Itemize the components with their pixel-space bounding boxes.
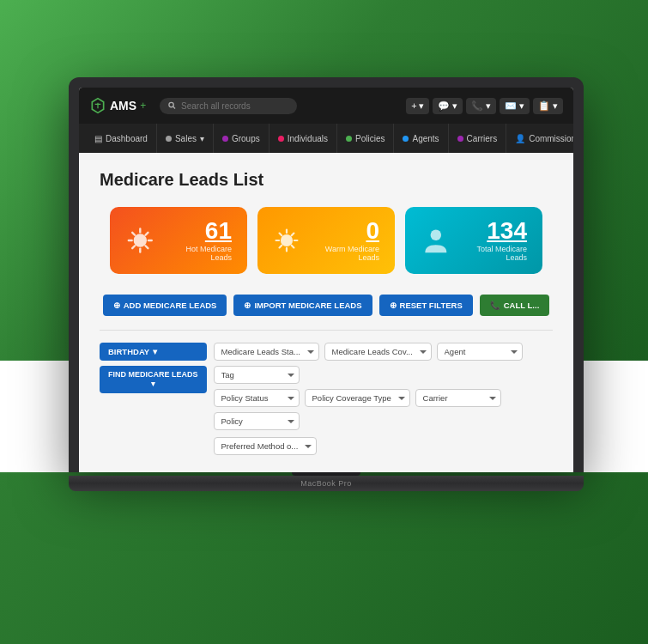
secondary-navbar: ▤ Dashboard Sales ▾ Groups Individuals [79, 124, 573, 153]
action-buttons-row: ⊕ ADD MEDICARE LEADS ⊕ IMPORT MEDICARE L… [100, 295, 553, 316]
medicare-leads-status-select[interactable]: Medicare Leads Sta... [214, 343, 319, 361]
hot-leads-card[interactable]: 61 Hot Medicare Leads [110, 207, 247, 274]
nav-agents[interactable]: Agents [394, 124, 448, 153]
top-navbar: AMS+ + ▾ 💬 ▾ 📞 ▾ ✉️ ▾ [79, 88, 573, 124]
nav-carriers[interactable]: Carriers [449, 124, 507, 153]
screen-bezel: AMS+ + ▾ 💬 ▾ 📞 ▾ ✉️ ▾ [69, 77, 584, 472]
svg-line-21 [292, 234, 294, 236]
warm-icon [273, 225, 300, 256]
carriers-dot [457, 136, 463, 142]
preferred-method-select[interactable]: Preferred Method o... [214, 437, 317, 455]
dashboard-icon: ▤ [94, 134, 102, 143]
nav-sales[interactable]: Sales ▾ [157, 124, 214, 153]
warm-leads-number: 0 [366, 219, 379, 243]
divider [100, 330, 553, 331]
search-icon [168, 101, 176, 110]
warm-leads-card[interactable]: 0 Warm Medicare Leads [257, 207, 395, 274]
logo-text: AMS [110, 99, 136, 112]
nav-groups[interactable]: Groups [214, 124, 269, 153]
svg-line-10 [132, 233, 135, 235]
clipboard-button[interactable]: 📋 ▾ [533, 98, 563, 114]
hot-icon [125, 225, 155, 256]
warm-leads-label: Warm Medicare Leads [311, 245, 379, 262]
sales-dot [166, 136, 172, 142]
reset-icon: ⊕ [390, 301, 397, 310]
medicare-leads-coverage-select[interactable]: Medicare Leads Cov... [324, 343, 432, 361]
reset-filters-button[interactable]: ⊕ RESET FILTERS [379, 295, 473, 316]
total-leads-card[interactable]: 134 Total Medicare Leads [405, 207, 542, 274]
bg-gradient-bottom [0, 472, 648, 644]
laptop-frame: AMS+ + ▾ 💬 ▾ 📞 ▾ ✉️ ▾ [69, 77, 584, 491]
filter-col-left: BIRTHDAY ▾ FIND MEDICARE LEADS ▾ [100, 343, 207, 393]
stats-row: 61 Hot Medicare Leads [100, 207, 553, 274]
phone-button[interactable]: 📞 ▾ [466, 98, 496, 114]
import-medicare-leads-button[interactable]: ⊕ IMPORT MEDICARE LEADS [233, 295, 372, 316]
carrier-select[interactable]: Carrier [415, 389, 501, 407]
total-leads-number: 134 [487, 219, 527, 243]
search-input[interactable] [181, 101, 288, 111]
svg-point-14 [281, 234, 293, 246]
birthday-filter-button[interactable]: BIRTHDAY ▾ [100, 343, 207, 361]
birthday-chevron: ▾ [153, 347, 157, 356]
filters-area: BIRTHDAY ▾ FIND MEDICARE LEADS ▾ Medicar… [100, 343, 553, 455]
svg-line-4 [173, 106, 175, 108]
logo-icon [89, 97, 106, 114]
find-chevron: ▾ [151, 380, 155, 389]
individuals-dot [278, 136, 284, 142]
call-button[interactable]: 📞 CALL L... [480, 295, 550, 316]
svg-line-13 [132, 246, 135, 248]
policy-select[interactable]: Policy [214, 412, 300, 430]
logo-area: AMS+ [89, 97, 146, 114]
groups-dot [222, 136, 228, 142]
filter-row-2: Policy Status Policy Coverage Type Carri… [214, 389, 553, 430]
nav-dashboard[interactable]: ▤ Dashboard [86, 124, 157, 153]
nav-icons-group: + ▾ 💬 ▾ 📞 ▾ ✉️ ▾ 📋 ▾ [406, 98, 563, 114]
import-icon: ⊕ [244, 301, 251, 310]
filter-col-right: Medicare Leads Sta... Medicare Leads Cov… [214, 343, 553, 455]
commission-icon: 👤 [515, 134, 525, 143]
laptop-base [69, 476, 584, 491]
svg-line-11 [146, 246, 148, 248]
svg-line-22 [280, 246, 282, 248]
total-icon [421, 223, 451, 258]
page-title: Medicare Leads List [100, 170, 553, 190]
svg-line-19 [280, 234, 282, 236]
total-leads-label: Total Medicare Leads [462, 245, 527, 262]
search-bar[interactable] [160, 98, 297, 114]
filter-row-1: Medicare Leads Sta... Medicare Leads Cov… [214, 343, 553, 384]
svg-point-5 [134, 234, 147, 246]
main-content: Medicare Leads List [79, 153, 573, 472]
svg-point-3 [169, 102, 173, 106]
filter-row-3: Preferred Method o... [214, 437, 553, 455]
total-leads-info: 134 Total Medicare Leads [462, 219, 527, 262]
call-icon: 📞 [490, 301, 500, 310]
chat-button[interactable]: 💬 ▾ [433, 98, 463, 114]
plus-icon: ⊕ [113, 301, 120, 310]
policies-dot [346, 136, 352, 142]
mail-button[interactable]: ✉️ ▾ [500, 98, 530, 114]
agents-dot [403, 136, 409, 142]
find-medicare-leads-button[interactable]: FIND MEDICARE LEADS ▾ [100, 366, 207, 393]
laptop-screen: AMS+ + ▾ 💬 ▾ 📞 ▾ ✉️ ▾ [79, 88, 573, 472]
hot-leads-info: 61 Hot Medicare Leads [166, 219, 232, 262]
svg-line-12 [146, 233, 148, 235]
add-button[interactable]: + ▾ [406, 98, 428, 114]
hot-leads-label: Hot Medicare Leads [166, 245, 232, 262]
svg-point-23 [431, 230, 441, 240]
nav-policies[interactable]: Policies [337, 124, 394, 153]
svg-line-20 [292, 246, 294, 248]
agent-select[interactable]: Agent [437, 343, 523, 361]
policy-coverage-type-select[interactable]: Policy Coverage Type [305, 389, 410, 407]
hot-leads-number: 61 [205, 219, 232, 243]
tag-select[interactable]: Tag [214, 366, 300, 384]
logo-plus: + [140, 100, 146, 112]
warm-leads-info: 0 Warm Medicare Leads [311, 219, 379, 262]
add-medicare-leads-button[interactable]: ⊕ ADD MEDICARE LEADS [103, 295, 227, 316]
nav-individuals[interactable]: Individuals [269, 124, 337, 153]
policy-status-select[interactable]: Policy Status [214, 389, 300, 407]
nav-commission[interactable]: 👤 Commission [506, 124, 573, 153]
